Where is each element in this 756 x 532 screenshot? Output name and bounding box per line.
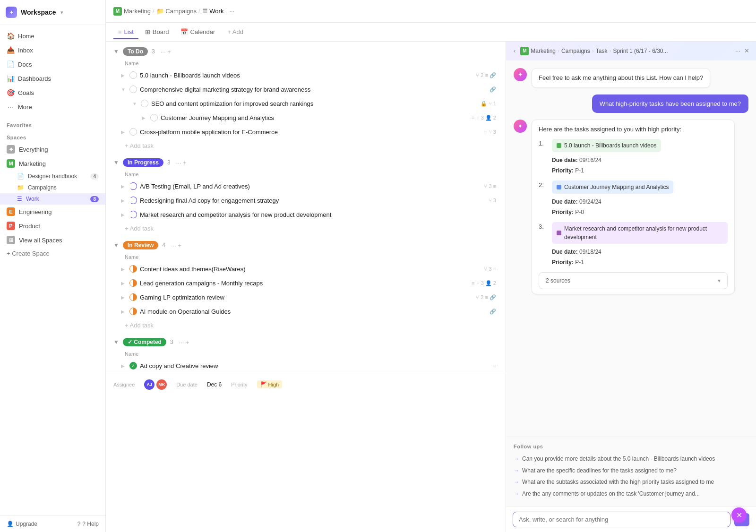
task-row-t9[interactable]: ▶ Content ideas and themes(RiseWares) ⑂ … <box>108 262 504 276</box>
t9-expand[interactable]: ▶ <box>121 266 127 272</box>
sub-work[interactable]: ☰ Work 8 <box>0 193 105 205</box>
task-row-t2[interactable]: ▼ Comprehensive digital marketing strate… <box>108 82 504 96</box>
sub-designer-label: Designer handbook <box>28 173 77 180</box>
inprogress-toggle[interactable]: ▼ <box>113 159 119 166</box>
task-row-t6[interactable]: ▶ A/B Testing (Email, LP and Ad creative… <box>108 179 504 193</box>
t6-expand[interactable]: ▶ <box>121 184 127 189</box>
t12-expand[interactable]: ▶ <box>121 309 127 314</box>
t13-expand[interactable]: ▶ <box>121 363 127 369</box>
t5-expand[interactable]: ▶ <box>121 129 127 135</box>
topbar-more-btn[interactable]: ··· <box>229 8 234 15</box>
help-btn[interactable]: ? ? Help <box>77 521 99 527</box>
sub-work-label: Work <box>26 196 39 202</box>
nav-more[interactable]: ··· More <box>0 100 105 114</box>
t3-check[interactable] <box>141 100 148 107</box>
close-fab-btn[interactable]: ✕ <box>731 507 747 523</box>
sources-row[interactable]: 2 sources ▾ <box>539 272 728 289</box>
t5-check[interactable] <box>129 128 137 136</box>
t7-expand[interactable]: ▶ <box>121 198 127 203</box>
task-row-t5[interactable]: ▶ Cross-platform mobile application for … <box>108 125 504 139</box>
inreview-toggle[interactable]: ▼ <box>113 242 119 249</box>
t12-check[interactable] <box>129 308 137 315</box>
list-tab-label: List <box>124 28 134 35</box>
inprogress-actions[interactable]: ··· + <box>176 159 187 166</box>
t13-check[interactable]: ✓ <box>129 362 137 369</box>
space-product[interactable]: P Product <box>0 219 105 233</box>
followups-title: Follow ups <box>514 444 748 449</box>
task-row-t3[interactable]: ▼ SEO and content optimization for impro… <box>108 96 504 111</box>
ai-close-btn[interactable]: ✕ <box>744 47 749 54</box>
t11-expand[interactable]: ▶ <box>121 295 127 300</box>
t3-expand[interactable]: ▼ <box>132 101 138 106</box>
inreview-actions[interactable]: ··· + <box>171 242 181 249</box>
sub-designer-handbook[interactable]: 📄 Designer handbook 4 <box>0 171 105 182</box>
ai-task-2-card: Customer Journey Mapping and Analytics <box>552 180 673 194</box>
task-row-t7[interactable]: ▶ Redesigning final Ad copy for engageme… <box>108 193 504 207</box>
followup-3[interactable]: → What are the subtasks associated with … <box>514 476 748 488</box>
nav-docs[interactable]: 📄 Docs <box>0 57 105 71</box>
t1-expand[interactable]: ▶ <box>121 73 127 78</box>
task-row-t1[interactable]: ▶ 5.0 launch - Billboards launch videos … <box>108 68 504 82</box>
t2-expand[interactable]: ▼ <box>121 87 127 92</box>
task-row-t10[interactable]: ▶ Lead generation campaigns - Monthly re… <box>108 276 504 290</box>
inprogress-add-task[interactable]: + Add task <box>106 222 506 235</box>
nav-goals[interactable]: 🎯 Goals <box>0 86 105 100</box>
t3-meta: 🔒 ⑂ 1 <box>481 101 496 107</box>
upgrade-btn[interactable]: 👤 Upgrade <box>7 521 37 527</box>
tab-calendar[interactable]: 📅 Calendar <box>176 26 220 39</box>
completed-actions[interactable]: ··· + <box>179 339 189 346</box>
t13-name: Ad copy and Creative review <box>140 362 490 369</box>
workspace-header[interactable]: ✦ Workspace ▾ <box>0 0 105 25</box>
space-marketing[interactable]: M Marketing <box>0 156 105 171</box>
space-engineering[interactable]: E Engineering <box>0 205 105 219</box>
t9-name: Content ideas and themes(RiseWares) <box>140 266 481 273</box>
space-everything[interactable]: ✦ Everything <box>0 142 105 156</box>
ai-back-btn[interactable]: ‹ <box>513 46 516 55</box>
nav-dashboards[interactable]: 📊 Dashboards <box>0 71 105 86</box>
help-icon: ? <box>77 521 81 527</box>
t8-check[interactable] <box>129 211 137 218</box>
task-row-t12[interactable]: ▶ AI module on Operational Guides 🔗 <box>108 304 504 318</box>
designer-badge: 4 <box>90 173 99 180</box>
t12-meta: 🔗 <box>490 309 496 315</box>
tab-board[interactable]: ⊞ Board <box>140 26 174 39</box>
tab-list[interactable]: ≡ List <box>113 26 138 39</box>
space-view-all[interactable]: ⊞ View all Spaces <box>0 233 105 247</box>
ai-panel-header: ‹ M Marketing › Campaigns › Task › Sprin… <box>506 42 756 60</box>
task-row-t11[interactable]: ▶ Gaming LP optimization review ⑂ 2 ≡ 🔗 <box>108 290 504 304</box>
nav-home[interactable]: 🏠 Home <box>0 29 105 43</box>
t1-name: 5.0 launch - Billboards launch videos <box>140 72 473 79</box>
t6-check[interactable] <box>129 182 137 190</box>
t10-check[interactable] <box>129 279 137 287</box>
todo-count: 3 <box>152 48 155 55</box>
ai-panel-actions: ··· ✕ <box>735 47 749 54</box>
todo-add-task[interactable]: + Add task <box>106 139 506 153</box>
nav-inbox[interactable]: 📥 Inbox <box>0 43 105 57</box>
t11-check[interactable] <box>129 293 137 301</box>
task-row-t4[interactable]: ▶ Customer Journey Mapping and Analytics… <box>108 111 504 125</box>
t2-check[interactable] <box>129 86 137 93</box>
ai-input[interactable] <box>513 512 730 527</box>
task-row-t13[interactable]: ▶ ✓ Ad copy and Creative review ≡ <box>108 359 504 373</box>
followup-1[interactable]: → Can you provide more details about the… <box>514 453 748 465</box>
t1-check[interactable] <box>129 71 137 79</box>
t9-check[interactable] <box>129 265 137 273</box>
everything-icon: ✦ <box>7 145 15 154</box>
completed-toggle[interactable]: ▼ <box>113 339 119 345</box>
tab-add-btn[interactable]: + Add <box>223 26 247 38</box>
ai-more-btn[interactable]: ··· <box>735 47 740 54</box>
task-row-t8[interactable]: ▶ Market research and competitor analysi… <box>108 207 504 222</box>
followup-2[interactable]: → What are the specific deadlines for th… <box>514 465 748 477</box>
t4-check[interactable] <box>150 114 158 121</box>
todo-actions[interactable]: ··· + <box>161 48 171 55</box>
t8-expand[interactable]: ▶ <box>121 212 127 217</box>
create-space-btn[interactable]: + Create Space <box>0 247 105 260</box>
t7-check[interactable] <box>129 197 137 204</box>
t4-expand[interactable]: ▶ <box>142 115 147 120</box>
t10-expand[interactable]: ▶ <box>121 281 127 286</box>
followup-4[interactable]: → Are the any comments or updates on the… <box>514 488 748 500</box>
sub-campaigns[interactable]: 📁 Campaigns <box>0 182 105 193</box>
todo-toggle[interactable]: ▼ <box>113 48 119 55</box>
ai-task-3-priority-val: P-1 <box>575 259 584 266</box>
inreview-add-task[interactable]: + Add task <box>106 318 506 332</box>
